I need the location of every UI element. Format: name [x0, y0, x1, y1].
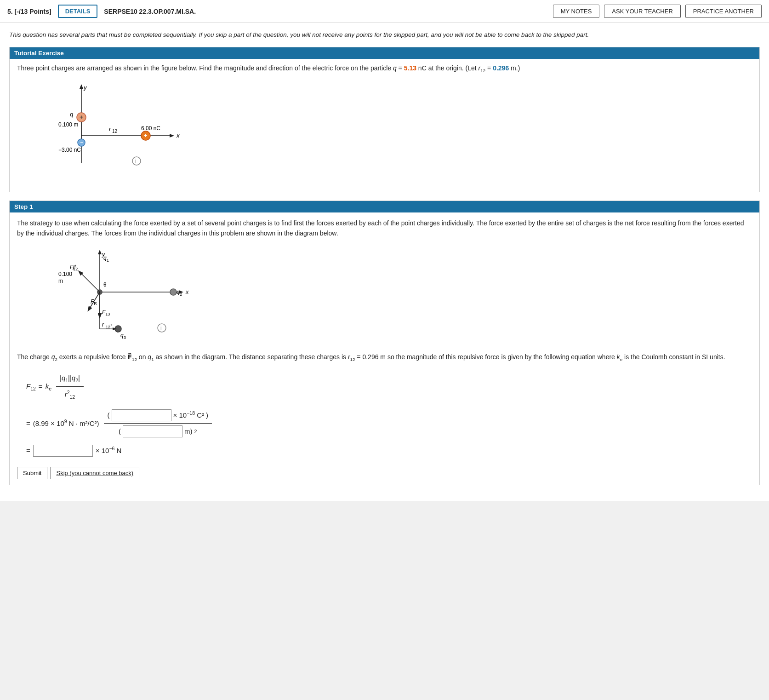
svg-text:1: 1 [107, 258, 109, 263]
svg-text:x: x [176, 132, 180, 139]
svg-text:3: 3 [124, 335, 126, 340]
details-button[interactable]: DETAILS [58, 5, 98, 18]
step1-content: The strategy to use when calculating the… [10, 212, 759, 485]
denominator-input[interactable] [123, 425, 182, 437]
svg-text:r: r [109, 126, 111, 132]
question-code: SERPSE10 22.3.OP.007.MI.SA. [104, 8, 548, 15]
svg-text:6.00 nC: 6.00 nC [141, 125, 160, 132]
svg-point-19 [132, 157, 141, 165]
instructions-text: This question has several parts that mus… [9, 30, 760, 40]
coulomb-constant: (8.99 × 109 N · m²/C²) [33, 417, 99, 430]
ask-teacher-button[interactable]: ASK YOUR TEACHER [604, 5, 680, 18]
step1-body: The strategy to use when calculating the… [17, 218, 752, 239]
formula-block: F12 = ke |q1||q2| r212 = (8.99 × 109 N ·… [26, 370, 752, 458]
formula-line3: = × 10−6 N [26, 444, 752, 458]
svg-point-40 [170, 289, 177, 295]
charge-arrangement-svg: y x + q r 12 [45, 80, 192, 182]
skip-button[interactable]: Skip (you cannot come back) [50, 467, 139, 479]
force-diagram: y x q 1 F⃗ F12 [45, 246, 752, 347]
my-notes-button[interactable]: MY NOTES [553, 5, 600, 18]
svg-text:i: i [160, 325, 162, 331]
svg-marker-4 [170, 134, 174, 138]
f12-label: F12 [26, 379, 36, 394]
formula-line1: F12 = ke |q1||q2| r212 [26, 370, 752, 403]
svg-text:+: + [144, 132, 148, 139]
q-value: 5.13 [404, 64, 416, 72]
svg-marker-1 [80, 84, 83, 89]
svg-text:q: q [70, 111, 74, 118]
main-content: This question has several parts that mus… [0, 23, 769, 501]
tutorial-section: Tutorial Exercise Three point charges ar… [9, 47, 760, 192]
svg-text:i: i [135, 158, 137, 164]
step1-para2: The charge q2 exerts a repulsive force F… [17, 352, 752, 363]
result-input[interactable] [33, 445, 93, 457]
svg-text:θ: θ [103, 281, 107, 288]
action-buttons: Submit Skip (you cannot come back) [17, 467, 752, 479]
fraction-values: ( × 10−18 C² ) ( m) [104, 407, 212, 439]
result-unit: × 10−6 N [96, 444, 122, 458]
svg-text:q: q [103, 255, 107, 261]
svg-text:0.100 m: 0.100 m [58, 121, 78, 128]
svg-text:m: m [58, 278, 63, 284]
svg-text:FR: FR [91, 298, 97, 306]
svg-text:q: q [120, 332, 124, 339]
svg-text:x: x [185, 288, 189, 295]
svg-text:−: − [80, 139, 83, 146]
svg-point-51 [158, 324, 166, 332]
tutorial-header: Tutorial Exercise [10, 47, 759, 59]
numerator-input[interactable] [112, 409, 171, 421]
open-paren: ( [108, 408, 110, 422]
r12-symbol: r12 [478, 64, 486, 72]
svg-text:−3.00 nC: −3.00 nC [58, 147, 81, 153]
svg-text:0.100: 0.100 [58, 271, 72, 277]
svg-text:→: → [108, 321, 114, 328]
r12-value: 0.296 [493, 64, 509, 72]
svg-text:2: 2 [180, 292, 182, 297]
practice-another-button[interactable]: PRACTICE ANOTHER [685, 5, 762, 18]
points-label: 5. [-/13 Points] [7, 8, 51, 15]
submit-button[interactable]: Submit [17, 467, 47, 479]
svg-text:+: + [80, 114, 83, 120]
ke-label: ke [46, 379, 51, 394]
svg-line-30 [79, 271, 100, 292]
svg-text:F13: F13 [102, 309, 110, 316]
formula-line2: = (8.99 × 109 N · m²/C²) ( × 10−18 C² ) [26, 407, 752, 439]
svg-text:12: 12 [112, 129, 118, 134]
fraction-q1q2: |q1||q2| r212 [56, 370, 84, 403]
svg-text:q: q [177, 289, 180, 295]
svg-marker-22 [98, 250, 102, 254]
charge-diagram: y x + q r 12 [45, 80, 752, 182]
power-label: × 10−18 C² [173, 408, 204, 422]
tutorial-problem: Three point charges are arranged as show… [17, 64, 752, 73]
step1-header: Step 1 [10, 201, 759, 212]
header-bar: 5. [-/13 Points] DETAILS SERPSE10 22.3.O… [0, 0, 769, 23]
svg-text:y: y [83, 84, 87, 91]
tutorial-content: Three point charges are arranged as show… [10, 59, 759, 192]
force-diagram-svg: y x q 1 F⃗ F12 [45, 246, 201, 347]
svg-text:r: r [102, 321, 104, 328]
step1-section: Step 1 The strategy to use when calculat… [9, 201, 760, 485]
q-symbol: q [393, 64, 397, 72]
